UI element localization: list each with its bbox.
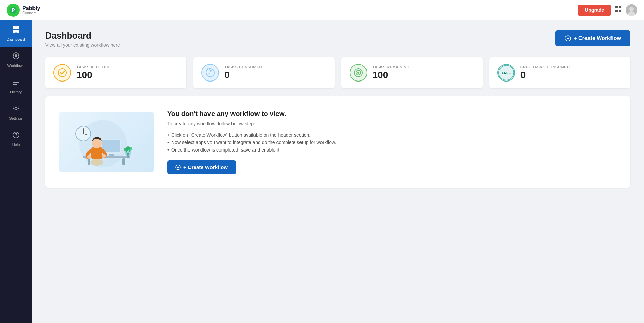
history-icon	[12, 78, 20, 88]
logo-area: P Pabbly Connect	[7, 4, 40, 17]
consumed-icon	[201, 64, 219, 82]
create-workflow-main-button[interactable]: + Create Workflow	[167, 160, 236, 174]
empty-heading: You don't have any workflow to view.	[167, 110, 336, 118]
grid-icon[interactable]	[615, 6, 622, 14]
free-consumed-label: FREE TASKS CONSUMED	[520, 65, 570, 69]
svg-rect-37	[88, 158, 90, 165]
sidebar-item-settings[interactable]: Settings	[0, 99, 32, 126]
consumed-label: TASKS CONSUMED	[224, 65, 262, 69]
sidebar-settings-label: Settings	[9, 116, 23, 120]
sidebar-item-help[interactable]: Help	[0, 126, 32, 152]
sidebar-item-history[interactable]: History	[0, 73, 32, 99]
svg-point-59	[126, 146, 130, 150]
svg-rect-44	[91, 147, 102, 159]
remaining-value: 100	[373, 70, 410, 80]
svg-point-14	[15, 54, 17, 57]
svg-point-32	[357, 72, 359, 74]
svg-rect-5	[619, 10, 621, 12]
dashboard-icon	[12, 26, 20, 35]
sidebar: Dashboard Workflows	[0, 20, 32, 323]
step-1: Click on "Create Workflow" button availa…	[167, 131, 336, 139]
avatar[interactable]	[626, 4, 637, 16]
consumed-info: TASKS CONSUMED 0	[224, 65, 262, 80]
svg-rect-41	[109, 154, 114, 156]
workflows-icon	[12, 52, 20, 62]
create-workflow-top-label: + Create Workflow	[574, 35, 621, 41]
svg-rect-9	[13, 26, 16, 29]
svg-rect-38	[122, 158, 125, 165]
svg-point-45	[92, 139, 102, 148]
remaining-icon	[350, 64, 367, 82]
svg-rect-3	[619, 6, 621, 8]
remaining-info: TASKS REMAINING 100	[373, 65, 410, 80]
allotted-icon	[53, 64, 71, 82]
sidebar-workflows-label: Workflows	[7, 64, 25, 68]
svg-point-43	[91, 159, 103, 166]
page-title-block: Dashboard View all your existing workflo…	[45, 30, 120, 48]
page-header: Dashboard View all your existing workflo…	[45, 30, 630, 48]
help-icon	[12, 131, 20, 141]
empty-description: To create any workflow, follow below ste…	[167, 121, 336, 126]
stat-card-allotted: TASKS ALLOTED 100	[45, 57, 186, 88]
empty-steps-list: Click on "Create Workflow" button availa…	[167, 131, 336, 154]
free-consumed-value: 0	[520, 70, 570, 80]
svg-rect-12	[16, 30, 19, 33]
free-consumed-icon: FREE	[497, 64, 515, 82]
create-workflow-main-label: + Create Workflow	[183, 164, 228, 170]
page-subtitle: View all your existing workflow here	[45, 42, 120, 48]
free-consumed-info: FREE TASKS CONSUMED 0	[520, 65, 570, 80]
logo-icon: P	[7, 4, 20, 17]
settings-icon	[12, 105, 20, 114]
logo-name: Pabbly	[22, 5, 40, 11]
allotted-info: TASKS ALLOTED 100	[76, 65, 110, 80]
sidebar-item-workflows[interactable]: Workflows	[0, 47, 32, 73]
stat-card-free-consumed: FREE FREE TASKS CONSUMED 0	[489, 57, 630, 88]
stat-card-remaining: TASKS REMAINING 100	[341, 57, 483, 88]
svg-point-22	[15, 108, 17, 110]
upgrade-button[interactable]: Upgrade	[578, 5, 611, 16]
svg-rect-42	[107, 156, 116, 157]
allotted-label: TASKS ALLOTED	[76, 65, 110, 69]
sidebar-item-dashboard[interactable]: Dashboard	[0, 20, 32, 47]
top-header: P Pabbly Connect Upgrade	[0, 0, 644, 20]
svg-point-24	[16, 137, 16, 137]
svg-rect-10	[16, 26, 19, 29]
svg-rect-11	[13, 30, 16, 33]
sidebar-history-label: History	[10, 90, 22, 94]
sidebar-dashboard-label: Dashboard	[7, 37, 25, 41]
svg-rect-4	[615, 10, 618, 12]
svg-rect-2	[615, 6, 618, 8]
svg-point-47	[102, 154, 106, 158]
svg-rect-40	[102, 140, 120, 152]
logo-sub: Connect	[22, 11, 40, 15]
main-content: Dashboard View all your existing workflo…	[32, 20, 644, 323]
empty-content: You don't have any workflow to view. To …	[167, 110, 336, 174]
stats-row: TASKS ALLOTED 100 TASKS CONSUMED 0	[45, 57, 630, 88]
illustration	[59, 112, 154, 172]
app-body: Dashboard Workflows	[0, 20, 644, 323]
svg-text:P: P	[12, 7, 15, 13]
workflow-empty-card: You don't have any workflow to view. To …	[45, 96, 630, 188]
svg-point-28	[58, 69, 66, 77]
page-title: Dashboard	[45, 30, 120, 41]
allotted-value: 100	[76, 70, 110, 80]
header-right: Upgrade	[578, 4, 637, 16]
sidebar-help-label: Help	[12, 143, 20, 147]
consumed-value: 0	[224, 70, 262, 80]
create-workflow-top-button[interactable]: + Create Workflow	[555, 30, 630, 46]
svg-text:FREE: FREE	[502, 71, 511, 75]
step-3: Once the workflow is completed, save and…	[167, 146, 336, 154]
step-2: Now select apps you want to integrate an…	[167, 139, 336, 146]
svg-point-7	[629, 7, 634, 11]
stat-card-consumed: TASKS CONSUMED 0	[193, 57, 334, 88]
remaining-label: TASKS REMAINING	[373, 65, 410, 69]
svg-point-46	[87, 155, 91, 159]
